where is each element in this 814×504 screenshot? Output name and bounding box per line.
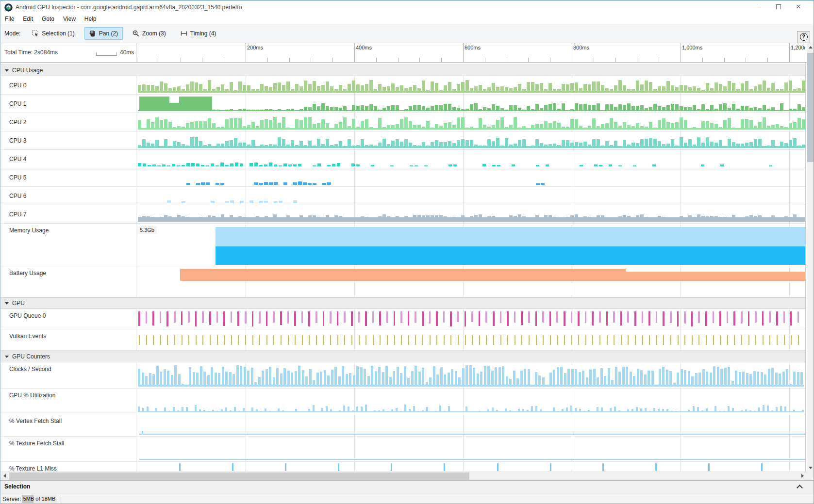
track-chart-clocks-per-second[interactable]: [136, 362, 805, 388]
menu-edit[interactable]: Edit: [18, 15, 37, 24]
track-row-cpu-4: CPU 4: [0, 150, 805, 168]
track-label-text: CPU 1: [9, 100, 26, 107]
track-label-cpu-6: CPU 6: [0, 187, 136, 205]
minimize-button[interactable]: –: [752, 0, 766, 13]
track-chart-cpu-2[interactable]: [136, 113, 805, 131]
track-svg-cpu-6: [136, 187, 805, 205]
selection-panel-header[interactable]: Selection: [0, 480, 814, 493]
maximize-icon: [776, 4, 781, 9]
track-chart-cpu-4[interactable]: [136, 150, 805, 168]
track-svg-texture-l1-miss: [136, 462, 805, 471]
track-chart-cpu-6[interactable]: [136, 187, 805, 205]
track-chart-cpu-1[interactable]: [136, 95, 805, 113]
track-label-vulkan-events: Vulkan Events: [0, 329, 136, 350]
track-row-cpu-2: CPU 2: [0, 113, 805, 131]
track-svg-cpu-5: [136, 168, 805, 186]
track-chart-gpu-queue-0[interactable]: [136, 309, 805, 329]
menu-file[interactable]: File: [0, 15, 18, 24]
track-label-gpu-queue-0: GPU Queue 0: [0, 309, 136, 329]
maximize-button[interactable]: [771, 0, 786, 13]
track-chart-battery[interactable]: [136, 266, 805, 297]
ruler-tick-label: 200ms: [247, 45, 263, 50]
track-row-cpu-1: CPU 1: [0, 95, 805, 113]
scroll-down-icon[interactable]: [809, 467, 813, 469]
track-label-memory: Memory Usage: [0, 224, 136, 266]
scale-bracket-icon: [96, 52, 117, 56]
track-svg-texture-fetch-stall: [136, 437, 805, 461]
track-label-text: CPU 2: [9, 119, 26, 126]
track-label-text: Clocks / Second: [9, 366, 51, 388]
track-row-cpu-5: CPU 5: [0, 168, 805, 187]
track-label-cpu-2: CPU 2: [0, 113, 136, 131]
group-header-gpu-counters[interactable]: GPU Counters: [0, 351, 805, 362]
pan-mode-button[interactable]: Pan (2): [84, 27, 123, 40]
track-row-memory: Memory Usage5.3Gb: [0, 224, 805, 266]
server-label: Server:: [2, 496, 21, 503]
ruler-timeline[interactable]: 200ms400ms600ms800ms1,000ms1,200ms: [136, 43, 805, 63]
track-svg-memory: [136, 224, 805, 266]
collapse-triangle-icon[interactable]: [5, 302, 9, 305]
close-button[interactable]: ✕: [791, 0, 806, 13]
track-label-battery: Battery Usage: [0, 266, 136, 297]
group-header-gpu[interactable]: GPU: [0, 297, 805, 309]
vertical-scrollbar-thumb[interactable]: [807, 53, 814, 162]
track-chart-cpu-7[interactable]: [136, 205, 805, 223]
track-row-cpu-3: CPU 3: [0, 131, 805, 150]
track-svg-cpu-1: [136, 95, 805, 113]
track-svg-cpu-7: [136, 205, 805, 223]
selection-mode-label: Selection (1): [42, 30, 74, 37]
track-row-cpu-0: CPU 0: [0, 76, 805, 95]
server-memory-progress: 5MB of 18MB: [22, 495, 57, 503]
horizontal-scrollbar-thumb[interactable]: [9, 472, 469, 480]
help-icon: ?: [800, 33, 808, 41]
track-chart-cpu-3[interactable]: [136, 131, 805, 149]
scroll-right-icon[interactable]: [801, 474, 804, 478]
ruler-info-panel: Total Time: 2s084ms 40ms: [0, 43, 136, 63]
timing-mode-button[interactable]: Timing (4): [176, 27, 221, 40]
selection-icon: [32, 30, 39, 37]
track-chart-cpu-0[interactable]: [136, 76, 805, 94]
timing-mode-label: Timing (4): [190, 30, 216, 37]
window-title: Android GPU Inspector - com.google.andro…: [16, 4, 242, 11]
horizontal-scrollbar[interactable]: [0, 472, 807, 480]
track-svg-gpu-utilization: [136, 389, 805, 414]
help-button[interactable]: ?: [797, 31, 810, 43]
track-chart-memory[interactable]: 5.3Gb: [136, 224, 805, 266]
group-label: GPU: [12, 300, 25, 307]
track-chart-cpu-5[interactable]: [136, 168, 805, 186]
vertical-scrollbar[interactable]: [807, 43, 814, 472]
track-svg-cpu-0: [136, 76, 805, 94]
collapse-triangle-icon[interactable]: [5, 356, 9, 358]
track-chart-gpu-utilization[interactable]: [136, 389, 805, 414]
zoom-mode-label: Zoom (3): [142, 30, 166, 37]
track-svg-vulkan-events: [136, 329, 805, 350]
selection-mode-button[interactable]: Selection (1): [27, 27, 79, 40]
menu-bar: File Edit Goto View Help: [0, 15, 814, 24]
menu-help[interactable]: Help: [80, 15, 101, 24]
track-svg-clocks-per-second: [136, 362, 805, 388]
ruler-tick-label: 800ms: [573, 45, 589, 50]
ruler-tick-label: 1,200ms: [791, 45, 805, 50]
chevron-up-icon[interactable]: [797, 485, 803, 491]
scroll-up-icon[interactable]: [809, 46, 813, 49]
track-label-vertex-fetch-stall: % Vertex Fetch Stall: [0, 414, 136, 436]
status-bar: Server: 5MB of 18MB: [0, 493, 814, 504]
track-chart-texture-fetch-stall[interactable]: [136, 437, 805, 461]
track-label-text: Battery Usage: [9, 270, 46, 297]
group-header-cpu-usage[interactable]: CPU Usage: [0, 65, 805, 76]
scroll-left-icon[interactable]: [3, 474, 6, 478]
track-row-vertex-fetch-stall: % Vertex Fetch Stall: [0, 414, 805, 437]
status-divider: [61, 495, 61, 503]
track-row-cpu-6: CPU 6: [0, 187, 805, 205]
group-label: CPU Usage: [12, 67, 43, 74]
title-bar: Android GPU Inspector - com.google.andro…: [0, 0, 814, 15]
collapse-triangle-icon[interactable]: [5, 69, 9, 72]
track-chart-texture-l1-miss[interactable]: [136, 462, 805, 471]
menu-goto[interactable]: Goto: [37, 15, 59, 24]
zoom-mode-button[interactable]: Zoom (3): [128, 27, 171, 40]
menu-view[interactable]: View: [59, 15, 80, 24]
track-chart-vulkan-events[interactable]: [136, 329, 805, 350]
track-row-battery: Battery Usage: [0, 266, 805, 297]
track-label-text: Memory Usage: [9, 227, 49, 266]
track-chart-vertex-fetch-stall[interactable]: [136, 414, 805, 436]
